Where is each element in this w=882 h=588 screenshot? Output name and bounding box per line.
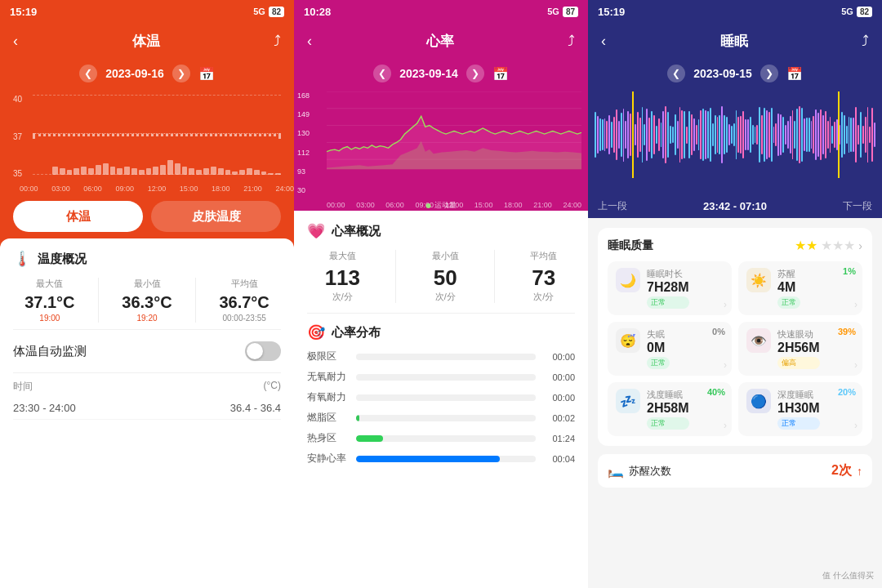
dist-row-time: 00:02 bbox=[542, 413, 575, 423]
sleep-grid-value: 2H56M bbox=[777, 341, 820, 355]
panel-heartrate: 10:28 5G 87 ‹ 心率 ⤴ ❮ 2023-09-14 ❯ 📅 168 … bbox=[294, 0, 588, 588]
share-button-temp[interactable]: ⤴ bbox=[274, 33, 281, 50]
sleep-bar bbox=[747, 119, 749, 149]
nav-title-temp: 体温 bbox=[132, 32, 160, 51]
dist-row-time: 00:00 bbox=[542, 352, 575, 362]
sleep-bar bbox=[766, 110, 768, 160]
sleep-bar bbox=[759, 107, 760, 163]
dist-row-label: 有氧耐力 bbox=[307, 390, 350, 404]
date-prev-temp[interactable]: ❮ bbox=[79, 65, 97, 82]
calendar-button-temp[interactable]: 📅 bbox=[198, 66, 215, 82]
battery-sleep: 82 bbox=[857, 7, 872, 17]
skin-temp-button[interactable]: 皮肤温度 bbox=[151, 201, 281, 232]
grid-item-chevron[interactable]: › bbox=[724, 359, 727, 371]
sleep-quality-right: ★★ ★★★ › bbox=[795, 238, 862, 253]
date-value-temp: 2023-09-16 bbox=[105, 67, 164, 80]
sleep-bar bbox=[817, 113, 819, 157]
sleep-bar bbox=[761, 115, 763, 154]
sleep-bar bbox=[681, 110, 683, 159]
date-next-heart[interactable]: ❯ bbox=[466, 65, 484, 82]
back-button-heart[interactable]: ‹ bbox=[307, 33, 312, 50]
sleep-grid-value: 2H58M bbox=[647, 401, 689, 416]
heart-avg-stat: 平均值 73 次/分 bbox=[530, 250, 557, 303]
grid-item-chevron[interactable]: › bbox=[724, 420, 727, 431]
sleep-bar bbox=[623, 109, 625, 162]
heart-rate-chart-svg bbox=[327, 91, 581, 176]
sleep-bar bbox=[648, 118, 650, 151]
temp-bar bbox=[275, 173, 281, 175]
sleep-bar bbox=[844, 115, 845, 154]
sleep-bar bbox=[670, 126, 671, 145]
sleep-bar bbox=[665, 106, 666, 163]
temp-content: 🌡️ 温度概况 最大值 37.1°C 19:00 最小值 36.3°C 19:2… bbox=[0, 238, 294, 588]
dist-bar-bg bbox=[356, 374, 536, 381]
quality-chevron[interactable]: › bbox=[858, 239, 862, 252]
time-range-header: 时间 (°C) bbox=[13, 372, 281, 397]
toggle-knob bbox=[247, 343, 263, 359]
nav-bar-heart: ‹ 心率 ⤴ bbox=[294, 23, 588, 59]
temp-overview-section: 🌡️ 温度概况 bbox=[13, 250, 281, 268]
stats-divider-2 bbox=[195, 278, 196, 323]
calendar-button-heart[interactable]: 📅 bbox=[492, 66, 509, 82]
sleep-bar bbox=[860, 112, 862, 158]
nav-bar-temp: ‹ 体温 ⤴ bbox=[0, 23, 294, 59]
sleep-bar bbox=[677, 121, 679, 148]
sleep-prev-segment[interactable]: 上一段 bbox=[598, 199, 627, 213]
temp-bar bbox=[175, 163, 180, 175]
sleep-bar bbox=[611, 122, 612, 148]
dist-row-time: 00:00 bbox=[542, 372, 575, 382]
sleep-grid-label: 浅度睡眠 bbox=[647, 389, 689, 401]
sleep-bar bbox=[719, 115, 720, 155]
sleep-bar bbox=[827, 121, 829, 149]
sleep-grid: 🌙 睡眠时长 7H28M 正常 › ☀️ 苏醒 4M 正常 1% › 😴 失眠 … bbox=[608, 261, 862, 436]
status-time-sleep: 15:19 bbox=[598, 6, 625, 18]
back-button-temp[interactable]: ‹ bbox=[13, 33, 18, 50]
grid-item-chevron[interactable]: › bbox=[724, 299, 727, 310]
heart-y-labels: 168 149 130 112 93 30 bbox=[297, 91, 310, 194]
sleep-bar bbox=[672, 127, 674, 144]
sleep-bar bbox=[662, 111, 664, 159]
sleep-grid-icon-emoji: 👁️ bbox=[751, 333, 767, 349]
sleep-bar bbox=[639, 118, 641, 152]
nav-title-heart: 心率 bbox=[426, 32, 454, 51]
heart-max-value: 113 bbox=[325, 265, 360, 291]
dist-bar-fill bbox=[356, 435, 383, 442]
share-button-heart[interactable]: ⤴ bbox=[568, 33, 575, 50]
grid-item-chevron[interactable]: › bbox=[854, 299, 858, 310]
share-button-sleep[interactable]: ⤴ bbox=[862, 33, 869, 50]
sleep-bar bbox=[715, 115, 716, 154]
grid-item-chevron[interactable]: › bbox=[854, 420, 858, 431]
date-prev-sleep[interactable]: ❮ bbox=[667, 65, 685, 82]
back-button-sleep[interactable]: ‹ bbox=[601, 33, 606, 50]
sleep-bar bbox=[656, 126, 657, 143]
awaken-row: 🛏️ 苏醒次数 2次 ↑ bbox=[598, 454, 872, 488]
temp-button-active[interactable]: 体温 bbox=[13, 201, 143, 232]
date-next-sleep[interactable]: ❯ bbox=[760, 65, 778, 82]
sleep-grid-icon-bg: 👁️ bbox=[746, 328, 771, 353]
sleep-bar bbox=[750, 117, 751, 153]
sleep-pct: 20% bbox=[838, 387, 856, 397]
heart-max-unit: 次/分 bbox=[332, 291, 353, 303]
sleep-grid-icon-emoji: 😴 bbox=[620, 333, 636, 349]
date-next-temp[interactable]: ❯ bbox=[172, 65, 190, 82]
auto-monitor-toggle[interactable] bbox=[245, 341, 281, 361]
sleep-bar bbox=[874, 122, 875, 148]
status-time-temp: 15:19 bbox=[10, 6, 37, 18]
sleep-bar bbox=[696, 125, 697, 145]
date-prev-heart[interactable]: ❮ bbox=[373, 65, 391, 82]
sleep-quality-header: 睡眠质量 ★★ ★★★ › bbox=[608, 238, 862, 253]
sleep-bar bbox=[627, 111, 629, 158]
sleep-bar bbox=[608, 115, 610, 154]
temp-avg-value: 36.7°C bbox=[219, 293, 269, 312]
grid-item-chevron[interactable]: › bbox=[854, 359, 858, 371]
sleep-bar bbox=[637, 112, 639, 157]
sleep-grid-value: 0M bbox=[647, 341, 670, 355]
sleep-grid-sub: 正常 bbox=[777, 296, 800, 309]
sleep-bar bbox=[865, 117, 866, 153]
sleep-grid-icon-bg: 🔵 bbox=[746, 389, 771, 413]
dist-bar-bg bbox=[356, 354, 536, 360]
calendar-button-sleep[interactable]: 📅 bbox=[786, 66, 803, 82]
sleep-next-segment[interactable]: 下一段 bbox=[843, 199, 872, 213]
date-row-sleep: ❮ 2023-09-15 ❯ 📅 bbox=[588, 59, 882, 88]
dist-row-item: 有氧耐力 00:00 bbox=[307, 390, 575, 404]
